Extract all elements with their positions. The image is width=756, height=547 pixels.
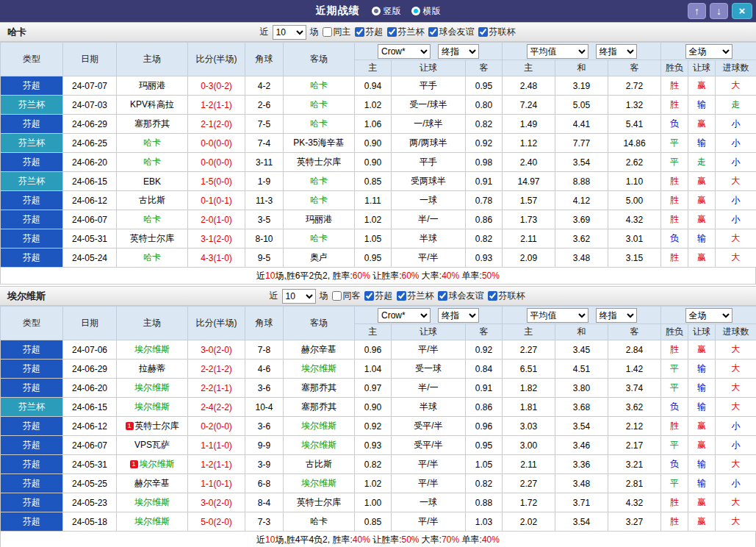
close-button[interactable]: × — [732, 3, 752, 19]
away-team[interactable]: 赫尔辛基 — [284, 340, 355, 360]
match-count-select[interactable]: 10 — [273, 25, 306, 40]
league-type-badge[interactable]: 芬超 — [1, 417, 63, 436]
league-type-badge[interactable]: 芬超 — [1, 512, 63, 532]
home-team[interactable]: 赫尔辛基 — [117, 474, 188, 493]
bookmaker-select[interactable]: Crow* — [378, 308, 431, 323]
league-filter[interactable]: 芬兰杯 — [387, 26, 425, 38]
match-score[interactable]: 0-1(0-1) — [188, 191, 245, 210]
match-score[interactable]: 1-2(1-1) — [188, 96, 245, 115]
league-type-badge[interactable]: 芬超 — [1, 455, 63, 474]
home-team[interactable]: VPS瓦萨 — [117, 436, 188, 455]
match-score[interactable]: 0-3(0-2) — [188, 76, 245, 96]
match-score[interactable]: 3-0(2-0) — [188, 340, 245, 360]
match-score[interactable]: 3-0(2-0) — [188, 493, 245, 512]
league-type-badge[interactable]: 芬超 — [1, 493, 63, 512]
league-checkbox[interactable] — [355, 27, 364, 37]
same-venue-checkbox[interactable] — [323, 27, 332, 37]
league-checkbox[interactable] — [478, 27, 488, 37]
match-score[interactable]: 1-1(0-1) — [188, 474, 245, 493]
league-checkbox[interactable] — [397, 291, 406, 301]
home-team[interactable]: 哈卡 — [117, 134, 188, 153]
away-team[interactable]: 哈卡 — [284, 115, 355, 134]
away-team[interactable]: 哈卡 — [284, 191, 355, 210]
final-odds-select[interactable]: 终指 — [438, 44, 479, 59]
same-venue-filter[interactable]: 同主 — [323, 26, 351, 38]
away-team[interactable]: 埃尔维斯 — [284, 360, 355, 379]
away-team[interactable]: 埃尔维斯 — [284, 436, 355, 455]
final-odds-select[interactable]: 终指 — [596, 308, 637, 323]
home-team[interactable]: 埃尔维斯 — [117, 398, 188, 417]
move-up-button[interactable]: ↑ — [688, 3, 706, 19]
bookmaker-select[interactable]: Crow* — [378, 44, 431, 59]
fulltime-select[interactable]: 全场 — [685, 44, 732, 59]
league-filter[interactable]: 芬联杯 — [488, 290, 525, 302]
home-team[interactable]: KPV科高拉 — [117, 96, 188, 115]
away-team[interactable]: 哈卡 — [284, 512, 355, 532]
league-type-badge[interactable]: 芬超 — [1, 153, 63, 172]
match-score[interactable]: 5-0(2-0) — [188, 512, 245, 532]
match-score[interactable]: 2-2(1-2) — [188, 360, 245, 379]
league-filter[interactable]: 球会友谊 — [428, 26, 475, 38]
match-score[interactable]: 0-0(0-0) — [188, 153, 245, 172]
home-team[interactable]: 拉赫蒂 — [117, 360, 188, 379]
match-score[interactable]: 2-1(2-0) — [188, 115, 245, 134]
average-select[interactable]: 平均值 — [527, 44, 588, 59]
layout-radio[interactable]: 横版 — [411, 5, 441, 18]
league-type-badge[interactable]: 芬超 — [1, 379, 63, 398]
home-team[interactable]: EBK — [117, 172, 188, 191]
home-team[interactable]: 哈卡 — [117, 210, 188, 229]
match-score[interactable]: 1-2(1-1) — [188, 455, 245, 474]
league-type-badge[interactable]: 芬超 — [1, 210, 63, 229]
league-type-badge[interactable]: 芬超 — [1, 360, 63, 379]
league-type-badge[interactable]: 芬超 — [1, 249, 63, 268]
match-score[interactable]: 3-1(2-0) — [188, 229, 245, 249]
away-team[interactable]: 玛丽港 — [284, 210, 355, 229]
away-team[interactable]: 英特士尔库 — [284, 493, 355, 512]
away-team[interactable]: 塞那乔其 — [284, 398, 355, 417]
league-checkbox[interactable] — [364, 291, 374, 301]
away-team[interactable]: 哈卡 — [284, 76, 355, 96]
home-team[interactable]: 埃尔维斯 — [117, 340, 188, 360]
home-team[interactable]: 英特士尔库 — [117, 229, 188, 249]
home-team[interactable]: 埃尔维斯 — [117, 493, 188, 512]
away-team[interactable]: PK-35海辛基 — [284, 134, 355, 153]
same-venue-checkbox[interactable] — [332, 291, 342, 301]
league-filter[interactable]: 芬兰杯 — [397, 290, 434, 302]
match-score[interactable]: 0-0(0-0) — [188, 134, 245, 153]
match-score[interactable]: 2-2(1-1) — [188, 379, 245, 398]
match-score[interactable]: 4-3(1-0) — [188, 249, 245, 268]
league-type-badge[interactable]: 芬兰杯 — [1, 134, 63, 153]
home-team[interactable]: 埃尔维斯 — [117, 379, 188, 398]
home-team[interactable]: 哈卡 — [117, 153, 188, 172]
home-team[interactable]: 埃尔维斯 — [117, 512, 188, 532]
league-checkbox[interactable] — [387, 27, 397, 37]
home-team[interactable]: 哈卡 — [117, 249, 188, 268]
league-filter[interactable]: 芬超 — [364, 290, 393, 302]
league-type-badge[interactable]: 芬兰杯 — [1, 172, 63, 191]
match-score[interactable]: 0-2(0-0) — [188, 417, 245, 436]
final-odds-select[interactable]: 终指 — [438, 308, 479, 323]
average-select[interactable]: 平均值 — [527, 308, 588, 323]
league-type-badge[interactable]: 芬超 — [1, 191, 63, 210]
home-team[interactable]: 1埃尔维斯 — [117, 455, 188, 474]
away-team[interactable]: 奥卢 — [284, 249, 355, 268]
layout-radio[interactable]: 竖版 — [372, 5, 401, 18]
league-type-badge[interactable]: 芬超 — [1, 436, 63, 455]
away-team[interactable]: 埃尔维斯 — [284, 417, 355, 436]
final-odds-select[interactable]: 终指 — [596, 44, 637, 59]
match-score[interactable]: 1-5(0-0) — [188, 172, 245, 191]
league-type-badge[interactable]: 芬超 — [1, 340, 63, 360]
league-checkbox[interactable] — [428, 27, 438, 37]
same-venue-filter[interactable]: 同客 — [332, 290, 361, 302]
away-team[interactable]: 塞那乔其 — [284, 379, 355, 398]
league-filter[interactable]: 芬联杯 — [478, 26, 516, 38]
league-type-badge[interactable]: 芬超 — [1, 229, 63, 249]
league-checkbox[interactable] — [438, 291, 447, 301]
away-team[interactable]: 哈卡 — [284, 96, 355, 115]
league-type-badge[interactable]: 芬兰杯 — [1, 96, 63, 115]
fulltime-select[interactable]: 全场 — [685, 308, 732, 323]
move-down-button[interactable]: ↓ — [710, 3, 728, 19]
match-score[interactable]: 2-0(1-0) — [188, 210, 245, 229]
match-score[interactable]: 1-1(1-0) — [188, 436, 245, 455]
home-team[interactable]: 塞那乔其 — [117, 115, 188, 134]
